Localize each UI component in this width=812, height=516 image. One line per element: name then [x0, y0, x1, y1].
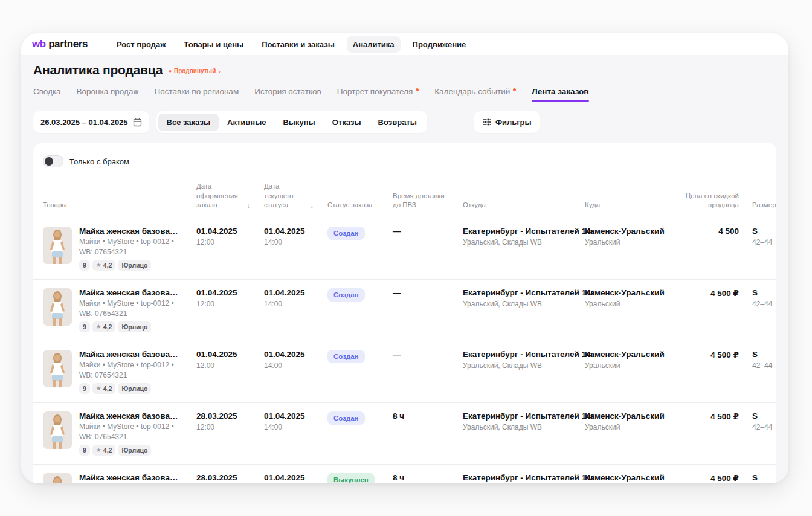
status-badge: Создан: [327, 350, 365, 363]
tab-stock-history[interactable]: История остатков: [254, 87, 321, 102]
page-header: Аналитика продавца ● Продвинутый ›: [33, 63, 776, 77]
filters-button[interactable]: Фильтры: [474, 111, 540, 133]
rating-value: 4,2: [103, 262, 112, 269]
order-date: 01.04.2025: [196, 350, 250, 359]
tab-buyer-portrait[interactable]: Портрет покупателя: [337, 87, 419, 102]
from-region: Уральский, Склады WB: [463, 423, 571, 431]
tab-events-calendar[interactable]: Календарь событий: [434, 87, 516, 102]
price-value: 4 500 ₽: [685, 411, 739, 421]
segment-declines[interactable]: Отказы: [324, 114, 370, 131]
segment-active[interactable]: Активные: [219, 114, 274, 131]
page-title: Аналитика продавца: [33, 63, 163, 77]
rating-value: 4,2: [103, 323, 112, 331]
nav-item-goods-prices[interactable]: Товары и цены: [178, 36, 250, 53]
tab-supplies-by-region[interactable]: Поставки по регионам: [154, 87, 239, 102]
table-row[interactable]: Майка женская базовая под пи… Майки • My…: [33, 464, 776, 483]
price-value: 4 500 ₽: [685, 350, 739, 360]
status-date-cell: 01.04.2025 14:00: [256, 341, 320, 402]
nav-item-sales-growth[interactable]: Рост продаж: [111, 36, 172, 53]
table-row[interactable]: Майка женская базовая под пи… Майки • My…: [33, 341, 776, 402]
entity-badge: Юрлицо: [118, 383, 151, 394]
from-region: Уральский, Склады WB: [463, 300, 571, 308]
size-range: 42–44: [752, 423, 772, 431]
table-row[interactable]: Майка женская базовая под пи… Майки • My…: [33, 218, 776, 279]
table-row[interactable]: Майка женская базовая под пи… Майки • My…: [33, 402, 776, 464]
column-header-order-date[interactable]: Дата оформления заказа↓: [188, 171, 256, 218]
product-info: Майка женская базовая под пи… Майки • My…: [79, 288, 181, 332]
order-date-cell: 01.04.2025 12:00: [188, 280, 256, 341]
size-value: S: [752, 473, 772, 482]
column-header-delivery: Время доставки до ПВЗ: [385, 171, 455, 218]
delivery-time: —: [393, 288, 449, 297]
status-date: 01.04.2025: [264, 288, 314, 297]
sort-descending-icon[interactable]: ↓: [311, 202, 314, 210]
product-image: [43, 288, 72, 326]
delivery-cell: 8 ч: [385, 465, 455, 483]
status-date: 01.04.2025: [264, 350, 314, 359]
product-wb-article: WB: 07654321: [79, 248, 181, 256]
nav-item-promotion[interactable]: Продвижение: [407, 36, 472, 53]
date-range-value: 26.03.2025 – 01.04.2025: [40, 118, 128, 127]
product-image: [43, 411, 72, 449]
star-icon: ★: [96, 323, 102, 330]
status-date-cell: 01.04.2025 14:00: [256, 403, 320, 464]
order-time: 12:00: [196, 361, 250, 370]
tab-sales-funnel[interactable]: Воронка продаж: [77, 87, 139, 102]
column-header-size: Размер: [739, 171, 776, 218]
order-date-cell: 01.04.2025 12:00: [188, 218, 256, 279]
status-cell: Выкуплен: [320, 465, 385, 483]
status-time: 14:00: [264, 423, 314, 431]
segment-buyouts[interactable]: Выкупы: [274, 114, 323, 131]
quantity-badge: 9: [79, 383, 90, 394]
entity-badge: Юрлицо: [118, 445, 151, 456]
size-value: S: [752, 288, 772, 297]
from-cell: Екатеринбург - Испытателей 14г Уральский…: [455, 280, 577, 341]
product-title: Майка женская базовая под пи…: [79, 227, 181, 236]
product-meta: Майки • MyStore • top-0012 •: [79, 361, 181, 369]
from-address: Екатеринбург - Испытателей 14г: [463, 227, 571, 236]
status-time: 14:00: [264, 361, 314, 370]
status-date-cell: 01.04.2025 14:00: [256, 280, 320, 341]
entity-badge: Юрлицо: [118, 260, 151, 271]
to-city: Каменск-Уральский: [585, 288, 671, 297]
column-header-status-date[interactable]: Дата текущего статуса↓: [256, 171, 320, 218]
product-wb-article: WB: 07654321: [79, 433, 181, 441]
price-value: 4 500: [685, 227, 739, 236]
from-address: Екатеринбург - Испытателей 14г: [463, 411, 571, 421]
star-icon: ★: [96, 385, 102, 392]
wb-partners-logo[interactable]: wb partners: [32, 38, 88, 50]
product-cell: Майка женская базовая под пи… Майки • My…: [43, 465, 188, 483]
tab-orders-feed[interactable]: Лента заказов: [532, 87, 588, 102]
from-address: Екатеринбург - Испытателей 14г: [463, 350, 571, 359]
nav-item-supplies-orders[interactable]: Поставки и заказы: [256, 36, 341, 53]
product-badges: 9 ★4,2 Юрлицо: [79, 260, 181, 271]
rating-badge: ★4,2: [92, 260, 116, 271]
table-row[interactable]: Майка женская базовая под пи… Майки • My…: [33, 279, 776, 341]
product-image: [43, 227, 72, 264]
status-time: 14:00: [264, 238, 314, 247]
from-address: Екатеринбург - Испытателей 14г: [463, 288, 571, 297]
defect-only-toggle[interactable]: [43, 155, 63, 167]
from-region: Уральский, Склады WB: [463, 361, 571, 370]
price-value: 4 500 ₽: [685, 288, 739, 298]
order-date: 28.03.2025: [196, 411, 250, 421]
date-range-picker[interactable]: 26.03.2025 – 01.04.2025: [33, 111, 149, 133]
price-cell: 4 500 ₽: [677, 280, 739, 341]
entity-badge: Юрлицо: [118, 321, 151, 332]
status-cell: Создан: [320, 341, 385, 402]
plan-badge[interactable]: ● Продвинутый ›: [169, 68, 221, 75]
sort-descending-icon[interactable]: ↓: [247, 202, 251, 210]
price-value: 4 500 ₽: [685, 473, 739, 483]
delivery-cell: 8 ч: [385, 403, 455, 464]
tab-summary[interactable]: Сводка: [33, 87, 61, 102]
segment-returns[interactable]: Возвраты: [370, 114, 425, 131]
toggle-knob: [45, 157, 53, 166]
rating-badge: ★4,2: [92, 321, 116, 332]
status-time: 14:00: [264, 300, 314, 308]
order-type-segments: Все заказы Активные Выкупы Отказы Возвра…: [156, 111, 427, 133]
segment-all-orders[interactable]: Все заказы: [158, 114, 219, 131]
quantity-badge: 9: [79, 445, 90, 456]
notification-dot: [513, 88, 516, 91]
price-cell: 4 500 ₽: [677, 403, 739, 464]
nav-item-analytics[interactable]: Аналитика: [347, 36, 401, 53]
